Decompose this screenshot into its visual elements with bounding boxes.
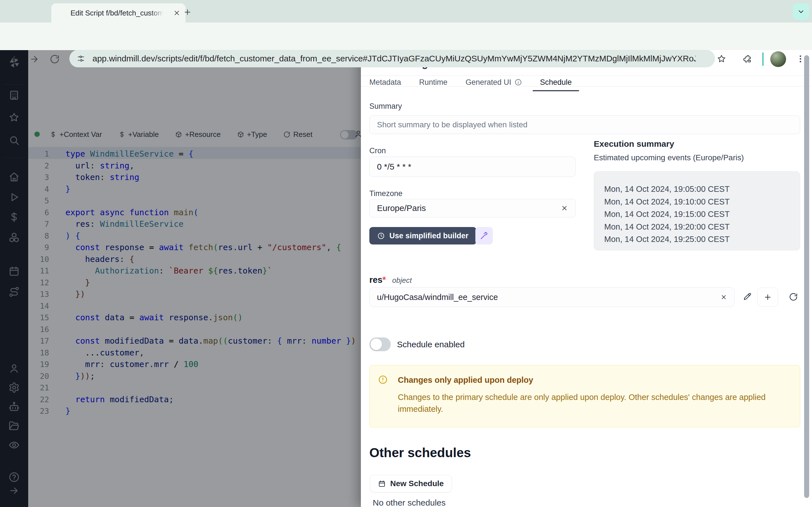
resource-input[interactable]: u/HugoCasa/windmill_ee_service: [369, 287, 735, 307]
clock-icon: [377, 232, 385, 240]
new-schedule-button[interactable]: New Schedule: [370, 475, 452, 492]
res-field-header: res* object: [369, 275, 412, 285]
profile-divider: [762, 52, 763, 66]
schedule-enabled-label: Schedule enabled: [397, 340, 465, 349]
url-bar[interactable]: app.windmill.dev/scripts/edit/f/bd/fetch…: [69, 50, 715, 67]
upcoming-events-box: Mon, 14 Oct 2024, 19:05:00 CESTMon, 14 O…: [594, 171, 800, 250]
simplified-builder-label: Use simplified builder: [389, 231, 469, 240]
warning-body: Changes to the primary schedule are only…: [398, 391, 787, 415]
tabs-divider: [361, 86, 812, 87]
timezone-value: Europe/Paris: [377, 203, 426, 213]
forward-icon[interactable]: [29, 54, 40, 64]
browser-toolbar: app.windmill.dev/scripts/edit/f/bd/fetch…: [0, 22, 812, 50]
timezone-clear-icon[interactable]: [561, 205, 568, 212]
res-name: res: [369, 275, 383, 285]
execution-summary-subtitle: Estimated upcoming events (Europe/Paris): [594, 153, 744, 162]
summary-placeholder: Short summary to be displayed when liste…: [377, 120, 527, 129]
site-settings-icon[interactable]: [77, 54, 85, 63]
browser-tab[interactable]: Edit Script f/bd/fetch_custom: [51, 3, 186, 22]
tab-title: Edit Script f/bd/fetch_custom: [70, 9, 163, 17]
resource-add-button[interactable]: [757, 288, 778, 306]
timezone-input[interactable]: Europe/Paris: [369, 199, 576, 217]
alert-circle-icon: [378, 375, 388, 385]
resource-clear-icon[interactable]: [720, 294, 727, 300]
drawer-scrollbar[interactable]: [804, 55, 809, 498]
schedule-enabled-toggle[interactable]: [369, 337, 391, 351]
upcoming-event-row: Mon, 14 Oct 2024, 19:25:00 CEST: [604, 233, 800, 245]
resource-edit-pencil-icon[interactable]: [743, 292, 752, 301]
tab-schedule[interactable]: Schedule: [540, 76, 572, 89]
drawer-backdrop[interactable]: [0, 50, 361, 507]
cron-input[interactable]: 0 */5 * * *: [369, 157, 576, 177]
url-text: app.windmill.dev/scripts/edit/f/bd/fetch…: [93, 54, 696, 63]
upcoming-event-row: Mon, 14 Oct 2024, 19:20:00 CEST: [604, 221, 800, 233]
header-divider: [361, 75, 812, 76]
tab-metadata[interactable]: Metadata: [369, 76, 401, 89]
res-type: object: [392, 276, 412, 284]
timezone-label: Timezone: [369, 189, 403, 198]
upcoming-event-row: Mon, 14 Oct 2024, 19:10:00 CEST: [604, 195, 800, 208]
info-icon: [515, 78, 522, 86]
windmill-favicon-icon: [56, 8, 66, 18]
magic-wand-icon: [480, 231, 488, 240]
tab-runtime[interactable]: Runtime: [419, 76, 448, 89]
execution-summary-title: Execution summary: [594, 139, 674, 149]
chevron-down-icon: [797, 8, 805, 15]
upcoming-event-row: Mon, 14 Oct 2024, 19:15:00 CEST: [604, 208, 800, 221]
tab-generated-ui[interactable]: Generated UI: [465, 76, 522, 89]
warning-title: Changes only applied upon deploy: [398, 376, 533, 385]
browser-tabstrip: Edit Script f/bd/fetch_custom: [0, 0, 812, 22]
summary-input[interactable]: Short summary to be displayed when liste…: [369, 115, 800, 134]
other-schedules-title: Other schedules: [369, 445, 471, 460]
toggle-knob: [370, 339, 382, 350]
simplified-builder-button[interactable]: Use simplified builder: [369, 227, 476, 244]
new-tab-button[interactable]: [183, 8, 192, 16]
summary-label: Summary: [369, 102, 402, 111]
back-icon[interactable]: [10, 54, 20, 64]
upcoming-event-row: Mon, 14 Oct 2024, 19:05:00 CEST: [604, 183, 800, 195]
tab-close-icon[interactable]: [173, 9, 181, 17]
cron-label: Cron: [369, 147, 386, 155]
calendar-icon: [378, 480, 386, 488]
resource-value: u/HugoCasa/windmill_ee_service: [377, 293, 498, 302]
ai-cron-button[interactable]: [475, 227, 493, 244]
new-schedule-label: New Schedule: [390, 479, 444, 488]
extensions-icon[interactable]: [743, 54, 752, 64]
cron-value: 0 */5 * * *: [377, 162, 411, 172]
profile-avatar[interactable]: [770, 51, 786, 67]
menu-kebab-icon[interactable]: [796, 54, 805, 64]
deploy-warning-box: Changes only applied upon deploy Changes…: [369, 365, 800, 427]
plus-icon: [763, 293, 772, 301]
resource-refresh-icon[interactable]: [789, 292, 798, 301]
res-required-mark: *: [383, 275, 386, 285]
settings-drawer: Settings MetadataRuntimeGenerated UISche…: [361, 50, 812, 507]
no-other-schedules-text: No other schedules: [373, 498, 446, 507]
bookmark-star-icon[interactable]: [717, 54, 726, 64]
tab-search-chevron-button[interactable]: [793, 3, 809, 20]
reload-icon[interactable]: [50, 54, 60, 64]
settings-tabs: MetadataRuntimeGenerated UISchedule: [369, 76, 572, 89]
